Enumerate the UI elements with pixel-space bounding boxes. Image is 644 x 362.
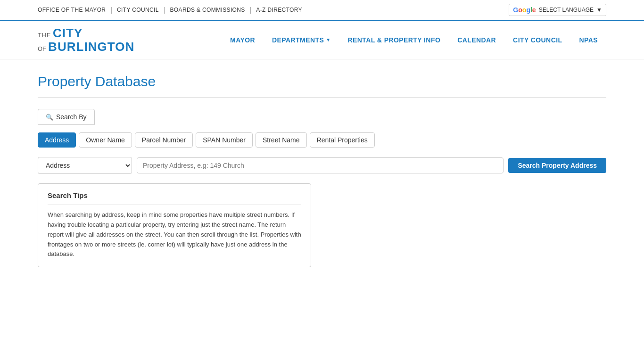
btn-address[interactable]: Address: [38, 132, 76, 148]
search-type-buttons: Address Owner Name Parcel Number SPAN Nu…: [38, 132, 606, 148]
nav-calendar[interactable]: CALENDAR: [449, 23, 504, 57]
logo[interactable]: THE CITY OF BURLINGTON: [38, 21, 134, 59]
logo-the: THE: [38, 32, 51, 39]
top-nav-boards[interactable]: BOARDS & COMMISSIONS: [170, 7, 245, 13]
departments-label: DEPARTMENTS ▼: [272, 36, 330, 44]
logo-city: CITY: [53, 26, 83, 40]
search-icon: 🔍: [46, 114, 53, 121]
top-nav: OFFICE OF THE MAYOR | CITY COUNCIL | BOA…: [38, 6, 302, 14]
search-form-row: Address Owner Name Parcel Number SPAN Nu…: [38, 157, 606, 174]
google-icon: Google: [513, 6, 536, 14]
search-by-label: Search By: [56, 113, 87, 121]
logo-burlington: BURLINGTON: [48, 40, 134, 54]
language-selector[interactable]: Google SELECT LANGUAGE ▼: [509, 4, 606, 16]
nav-mayor[interactable]: MAYOR: [222, 23, 264, 57]
nav-city-council[interactable]: CITY COUNCIL: [504, 23, 570, 57]
search-tips-title: Search Tips: [48, 191, 301, 205]
sep-2: |: [164, 6, 165, 14]
btn-rental-properties[interactable]: Rental Properties: [310, 132, 375, 148]
top-nav-city-council[interactable]: CITY COUNCIL: [117, 7, 159, 13]
nav-links: MAYOR DEPARTMENTS ▼ RENTAL & PROPERTY IN…: [222, 21, 606, 59]
btn-street-name[interactable]: Street Name: [256, 132, 307, 148]
language-label: SELECT LANGUAGE: [539, 7, 594, 13]
search-tips-text: When searching by address, keep in mind …: [48, 210, 301, 259]
page-content: Property Database 🔍 Search By Address Ow…: [0, 59, 644, 296]
search-property-button[interactable]: Search Property Address: [508, 158, 606, 173]
nav-npas[interactable]: NPAs: [570, 23, 606, 57]
sep-3: |: [250, 6, 252, 14]
sep-1: |: [110, 6, 112, 14]
dropdown-arrow-icon: ▼: [326, 37, 330, 42]
logo-text: THE CITY OF BURLINGTON: [38, 26, 134, 53]
btn-parcel-number[interactable]: Parcel Number: [135, 132, 193, 148]
nav-rental[interactable]: RENTAL & PROPERTY INFO: [339, 23, 449, 57]
search-tips-box: Search Tips When searching by address, k…: [38, 183, 311, 267]
language-arrow: ▼: [596, 7, 602, 13]
nav-departments[interactable]: DEPARTMENTS ▼: [264, 23, 339, 57]
search-input[interactable]: [137, 157, 504, 173]
main-nav: THE CITY OF BURLINGTON MAYOR DEPARTMENTS…: [0, 21, 644, 59]
logo-of: OF: [38, 46, 46, 52]
btn-span-number[interactable]: SPAN Number: [196, 132, 253, 148]
search-dropdown[interactable]: Address Owner Name Parcel Number SPAN Nu…: [38, 157, 132, 174]
page-title: Property Database: [38, 74, 606, 90]
btn-owner-name[interactable]: Owner Name: [79, 132, 132, 148]
top-nav-mayor[interactable]: OFFICE OF THE MAYOR: [38, 7, 106, 13]
top-nav-az[interactable]: A-Z DIRECTORY: [256, 7, 302, 13]
page-divider: [38, 97, 606, 98]
top-bar: OFFICE OF THE MAYOR | CITY COUNCIL | BOA…: [0, 0, 644, 21]
search-by-tab[interactable]: 🔍 Search By: [38, 109, 95, 125]
